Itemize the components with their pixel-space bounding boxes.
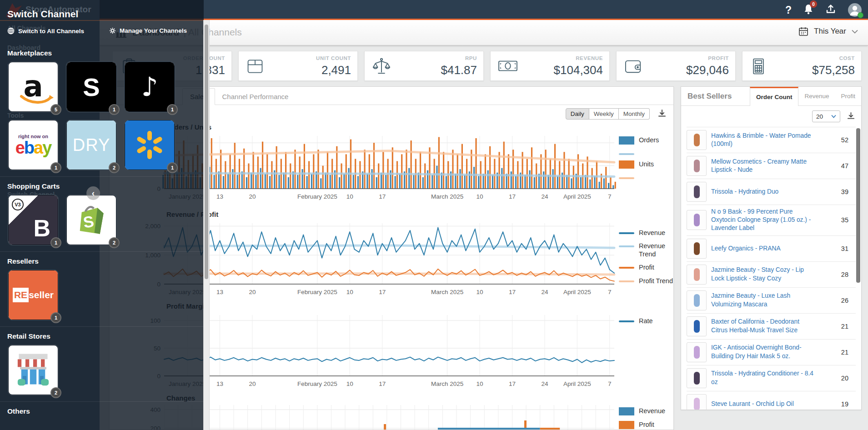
channel-tile-walmart[interactable]: 1 [125,120,175,170]
weekly-button[interactable]: Weekly [589,108,619,120]
product-link[interactable]: Hawkins & Brimble - Water Pomade (100ml) [711,132,817,148]
legend-entry: Rate [619,317,673,325]
legend-entry [619,150,673,155]
product-count: 21 [821,323,856,330]
notifications-bell-icon[interactable]: 0 [803,4,813,16]
switch-to-all-channels-button[interactable]: Switch to All Channels [7,27,84,35]
wallet-icon [624,58,643,77]
kpi-card-rpu[interactable]: RPU$41.87 [364,51,484,81]
product-link[interactable]: Trissola - Hydrating Conditioner - 8.4 o… [711,370,817,386]
daily-button[interactable]: Daily [566,108,589,120]
product-count: 35 [821,216,856,224]
scales-icon [372,58,391,77]
kpi-label: COST [839,55,855,61]
product-link[interactable]: Jazmine Beauty - Luxe Lash Volumizing Ma… [711,292,817,308]
svg-text:17: 17 [509,380,516,387]
channel-count-badge: 2 [109,162,120,173]
product-link[interactable]: IGK - Antisocial Overnight Bond-Building… [711,344,817,360]
calculator-icon [750,58,767,77]
banknote-icon [498,58,518,76]
kpi-card-cost[interactable]: COST$75,258 [742,51,862,81]
product-count: 31 [821,245,856,252]
svg-text:20: 20 [249,193,256,200]
tab-channel-performance[interactable]: Channel Performance [215,89,296,105]
legend-swatch [619,421,634,429]
legend-label: Profit [639,420,654,429]
product-link[interactable]: Mellow Cosmetics - Creamy Matte Lipstick… [711,158,817,174]
chart-download-icon[interactable] [658,109,666,119]
kpi-card-revenue[interactable]: REVENUE$104,304 [490,51,610,81]
channel-tile-dry[interactable]: DRY2 [66,120,116,170]
monthly-button[interactable]: Monthly [619,108,650,120]
product-image-shape [694,268,700,281]
product-link[interactable]: Baxter of California - Deodorant Citrus … [711,318,817,334]
legend-label: Revenue [639,407,665,415]
best-sellers-tab-order-count[interactable]: Order Count [750,87,799,106]
channel-tile-s-channel[interactable]: S1 [66,62,116,112]
manage-your-channels-button[interactable]: Manage Your Channels [109,27,187,34]
kpi-value: $29,046 [686,63,729,77]
kpi-card-unit-count[interactable]: UNIT COUNT2,491 [238,51,358,81]
best-sellers-tab-revenue[interactable]: Revenue [798,87,835,105]
best-sellers-download-icon[interactable] [847,112,855,121]
channel-tile-amazon[interactable]: a5 [8,62,58,112]
product-link[interactable]: N o 9 Bask - 99 Percent Pure Oxytocin Co… [711,208,817,233]
chevron-down-icon [852,30,858,34]
legend-swatch [619,160,634,169]
legend-label: Profit Trend [639,277,673,285]
channel-section-others: Others [0,401,204,426]
product-link[interactable]: Jazmine Beauty - Stay Cozy - Lip Lock Li… [711,266,817,282]
ebay-tile-inner: right now onebay [9,120,58,170]
channel-tile-retail-store[interactable]: 2 [8,345,58,395]
best-seller-row: Baxter of California - Deodorant Citrus … [687,313,856,339]
best-seller-row: Jazmine Beauty - Luxe Lash Volumizing Ma… [687,287,856,313]
svg-text:April 2025: April 2025 [563,380,591,387]
switch-channel-title: Switch Channel [7,9,78,20]
best-seller-row: Hawkins & Brimble - Water Pomade (100ml)… [687,127,856,153]
product-link[interactable]: Leefy Organics - PRANA [711,245,817,253]
s-channel-logo: S [67,62,116,111]
product-count: 21 [821,349,856,356]
channel-tile-ebay[interactable]: right now onebay1 [8,120,58,170]
svg-text:10: 10 [477,380,483,387]
product-image-shape [694,372,700,385]
bigcommerce-logo: V3B [9,195,58,245]
reseller-tile-inner: REseller [9,270,58,320]
product-link[interactable]: Steve Laurant - Orchid Lip Oil [711,400,817,408]
page-size-select[interactable]: 20 [812,110,840,122]
product-link[interactable]: Trissola - Hydrating Duo [711,188,817,196]
svg-text:February 2025: February 2025 [297,289,337,295]
user-avatar[interactable] [848,3,862,17]
help-icon[interactable]: ? [785,4,792,16]
legend-entry: Units [619,160,673,169]
product-image-shape [694,160,700,172]
channel-tile-tiktok[interactable]: ♪1 [125,62,175,112]
product-image [687,265,707,285]
svg-text:7: 7 [608,289,612,295]
product-image [687,182,707,202]
best-seller-row: Steve Laurant - Orchid Lip Oil19 [687,391,856,410]
svg-text:10: 10 [346,289,353,295]
svg-text:13: 13 [216,380,223,387]
channel-section-shopping-carts: Shopping CartsV3B1S2 [0,176,204,251]
best-seller-row: Mellow Cosmetics - Creamy Matte Lipstick… [687,153,856,179]
best-seller-row: Jazmine Beauty - Stay Cozy - Lip Lock Li… [687,261,856,287]
best-seller-row: IGK - Antisocial Overnight Bond-Building… [687,339,856,365]
legend-swatch [619,267,634,269]
best-sellers-scrollbar[interactable] [856,128,860,283]
collapse-panel-button[interactable]: ‹ [86,186,100,200]
date-range-picker[interactable]: This Year [798,26,858,36]
best-sellers-tab-profit[interactable]: Profit [835,87,861,105]
legend-label: Revenue Trend [639,242,673,258]
ebay-logo: right now onebay [15,134,51,156]
channel-tile-reseller[interactable]: REseller1 [8,270,58,320]
page-scrollbar[interactable] [203,20,210,430]
kpi-card-profit[interactable]: PROFIT$29,046 [616,51,736,81]
best-seller-row: N o 9 Bask - 99 Percent Pure Oxytocin Co… [687,205,856,235]
channel-tile-bigcommerce[interactable]: V3B1 [8,195,58,245]
upload-icon[interactable] [825,4,836,16]
channel-tile-shopify[interactable]: S2 [66,195,116,245]
tile-grid: V3B1S2 [0,195,196,245]
best-seller-row: Leefy Organics - PRANA31 [687,235,856,261]
page-scrollbar-handle[interactable] [205,25,208,279]
